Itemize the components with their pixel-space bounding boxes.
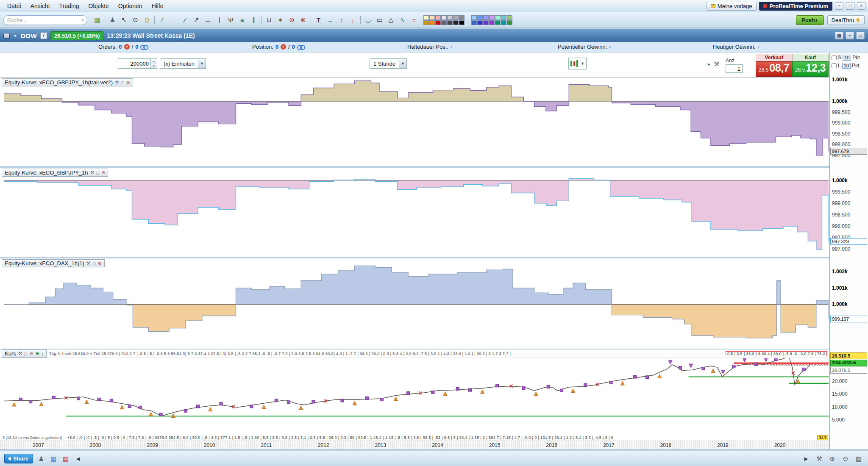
palette-color-swatch[interactable] — [501, 20, 506, 25]
palette-color-swatch[interactable] — [441, 20, 447, 25]
close-icon[interactable]: ⊗ — [101, 170, 105, 175]
panel-minimize-icon[interactable]: − — [846, 32, 854, 39]
orderbook-icon[interactable]: ▦ — [61, 454, 71, 464]
new-chart-icon[interactable]: ▦ — [92, 14, 103, 25]
quantity-input[interactable] — [118, 58, 151, 69]
cursor-icon[interactable]: ↖ — [118, 14, 130, 25]
palette-color-swatch[interactable] — [477, 20, 483, 25]
maximize-icon[interactable]: □ — [846, 2, 854, 10]
text-icon[interactable]: T — [313, 14, 324, 25]
unit-dropdown[interactable]: (x) Einheiten▼ — [160, 58, 206, 69]
arrow-right-icon[interactable]: → — [324, 14, 336, 25]
palette-color-swatch[interactable] — [489, 15, 495, 20]
push-button[interactable]: Push+ — [796, 15, 823, 25]
window-icon[interactable]: □ — [93, 261, 96, 266]
settings-icon[interactable]: ⚒ — [18, 351, 22, 356]
unit-dropdown-arrow-icon[interactable]: ▼ — [198, 59, 206, 68]
chevron-down-icon[interactable]: ▼ — [13, 33, 17, 38]
pattern-detect-icon[interactable]: ∗ — [275, 14, 286, 25]
minimize-icon[interactable]: − — [835, 2, 843, 10]
zoom-tool-icon[interactable]: ⊙ — [130, 14, 141, 25]
window-icon[interactable]: □ — [25, 351, 28, 356]
palette-color-swatch[interactable] — [471, 15, 477, 20]
lasso-icon[interactable]: ◡ — [362, 14, 374, 25]
add-indicator-icon[interactable]: ⊕ — [35, 351, 39, 356]
user-chart-icon[interactable]: ♟ — [107, 14, 118, 25]
ticket-settings-icon[interactable]: ⚒ — [714, 60, 719, 68]
palette-color-swatch[interactable] — [441, 15, 447, 20]
linked-orders-icon[interactable] — [140, 44, 147, 49]
menu-datei[interactable]: Datei — [3, 1, 26, 11]
arrow-up-icon[interactable]: ↑ — [336, 14, 347, 25]
price-chart[interactable] — [4, 358, 829, 434]
zoom-in-icon[interactable]: ⊕ — [827, 454, 837, 464]
settings-icon[interactable]: ⚒ — [90, 170, 95, 175]
menu-objekte[interactable]: Objekte — [84, 1, 114, 11]
palette-color-swatch[interactable] — [477, 15, 483, 20]
equity-chart-dax[interactable] — [4, 258, 829, 349]
calendar-icon[interactable]: ▦ — [854, 454, 864, 464]
tools-icon[interactable]: ⚒ — [814, 454, 824, 464]
alarm-icon[interactable]: Ω — [141, 14, 153, 25]
menu-trading[interactable]: Trading — [55, 1, 84, 11]
scroll-left-icon[interactable]: ◄ — [73, 454, 83, 464]
price-scale-column[interactable]: S 10 Pkt L 10 Pkt 1.001k1.000k999.500999… — [829, 53, 868, 449]
sell-button[interactable]: 26.5 08,7 — [756, 61, 792, 77]
palette-color-swatch[interactable] — [435, 20, 441, 25]
chart-style-arrow-icon[interactable]: ▼ — [581, 61, 584, 66]
menu-ansicht[interactable]: Ansicht — [26, 1, 55, 11]
equity-chart-gbpjpy[interactable] — [4, 168, 829, 257]
delete-all-icon[interactable]: ⊗ — [298, 14, 309, 25]
stepper-down-icon[interactable]: ▾ — [151, 64, 157, 68]
limit-checkbox[interactable] — [832, 63, 837, 68]
dealthru-button[interactable]: DealThru↯ — [827, 15, 865, 25]
line-icon[interactable]: ∕ — [179, 14, 191, 25]
template-button[interactable]: Meine vorlage — [707, 2, 757, 11]
panel-maximize-icon[interactable]: □ — [856, 32, 865, 39]
palette-color-swatch[interactable] — [507, 15, 512, 20]
panel-title-bar[interactable]: Equity-Kurve: xECO_DAX_1h(1) ⚒ □ ⊗ — [2, 259, 105, 267]
lots-input[interactable] — [726, 64, 743, 73]
close-icon[interactable]: ⊗ — [29, 351, 33, 356]
table-view-icon[interactable]: ▦ — [48, 454, 58, 464]
settings-icon[interactable]: ⚒ — [115, 80, 119, 85]
palette-color-swatch[interactable] — [483, 15, 489, 20]
ray-icon[interactable]: ↗ — [191, 14, 202, 25]
close-icon[interactable]: ⊗ — [97, 261, 101, 266]
menu-optionen[interactable]: Optionen — [114, 1, 147, 11]
palette-color-swatch[interactable] — [447, 20, 453, 25]
palette-color-swatch[interactable] — [495, 20, 501, 25]
stop-points-input[interactable]: 10 — [843, 55, 851, 61]
equity-chart-gbpjpy-trail[interactable] — [4, 78, 829, 166]
user-stats-icon[interactable]: ♟ — [36, 454, 46, 464]
ruler-icon[interactable]: / — [156, 14, 168, 25]
palette-color-swatch[interactable] — [489, 20, 495, 25]
layout-icon[interactable]: ▦ — [835, 32, 843, 39]
palette-color-swatch[interactable] — [483, 20, 489, 25]
share-button[interactable]: Share — [4, 454, 33, 463]
close-icon[interactable]: ⊗ — [126, 80, 130, 85]
fibonacci-icon[interactable]: ≡ — [236, 14, 248, 25]
palette-color-swatch[interactable] — [495, 15, 501, 20]
rect-icon[interactable]: ▭ — [374, 14, 385, 25]
zoom-out-icon[interactable]: ⊖ — [840, 454, 851, 464]
vline-icon[interactable]: ∣ — [214, 14, 225, 25]
arrow-down-icon[interactable]: ↓ — [347, 14, 359, 25]
instrument-title-bar[interactable]: ▼ DOW i 26.510,5 (+0,88%) 13:29:23 Wall … — [0, 29, 868, 42]
zigzag-icon[interactable]: ∿ — [397, 14, 408, 25]
search-box[interactable] — [3, 15, 87, 25]
window-icon[interactable]: □ — [121, 80, 124, 85]
instrument-symbol[interactable]: DOW — [21, 32, 37, 39]
buy-button[interactable]: 26.5 12,3 — [792, 61, 829, 77]
palette-color-swatch[interactable] — [447, 15, 453, 20]
menu-hilfe[interactable]: Hilfe — [147, 1, 168, 11]
panel-title-bar[interactable]: Kurs ⚒ □ ⊗ ⊕ ↑ — [2, 350, 47, 358]
palette-color-swatch[interactable] — [453, 20, 459, 25]
search-icon[interactable] — [81, 17, 84, 23]
palette-color-swatch[interactable] — [501, 15, 506, 20]
scroll-right-icon[interactable]: ► — [801, 454, 811, 464]
palette-color-swatch[interactable] — [429, 20, 435, 25]
panel-title-bar[interactable]: Equity-Kurve: xECO_GBPJPY_1h ⚒ □ ⊗ — [2, 169, 108, 177]
cancel-orders-icon[interactable]: × — [124, 44, 130, 50]
triangle-icon[interactable]: △ — [385, 14, 397, 25]
